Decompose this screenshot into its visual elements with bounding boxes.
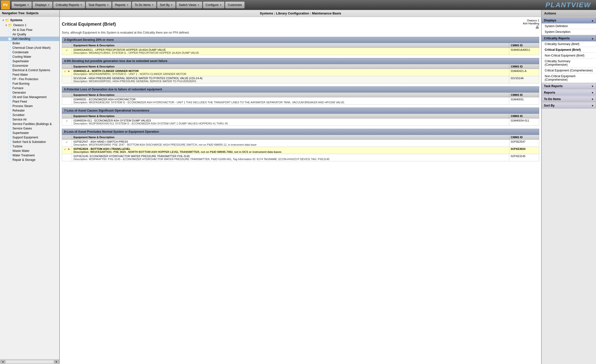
row-icons-cell — [62, 97, 72, 105]
scroll-left-button[interactable]: ◄ — [0, 360, 5, 364]
crit-section-3-header: 3-Significant Derating 20% or more — [62, 37, 539, 43]
sortby-section-header[interactable]: Sort By ▼ — [542, 103, 596, 109]
tree-item-superheater1[interactable]: 📄 Superheater — [0, 59, 59, 63]
switch-views-button[interactable]: Switch Views ▼ — [176, 1, 202, 8]
tree-item-waste-water[interactable]: 📄 Waste Water — [0, 149, 59, 153]
doc-icon: 📄 — [8, 28, 11, 32]
navigate-button[interactable]: Navigate ▼ — [11, 1, 32, 8]
doc-icon: 📄 — [8, 100, 11, 103]
todo-arrow-icon: ▼ — [151, 4, 154, 6]
tree-item-air-quality[interactable]: 📄 Air Quality — [0, 32, 59, 37]
tree-item-owasco[interactable]: ▼ 📁 Owasco 1 — [0, 23, 59, 28]
nav-tree[interactable]: ▼ 📁 Systems ▼ 📁 Owasco 1 📄 Air & Gas Flo… — [0, 17, 59, 359]
tree-item-plant-feed[interactable]: 📄 Plant Feed — [0, 99, 59, 104]
crit-section-7-header: 7-Loss of Asset Causes Significant Opera… — [62, 108, 539, 114]
tree-item-electrical[interactable]: 📄 Electrical & Control Systems — [0, 68, 59, 72]
cmms-cell: 01M40421-A — [509, 69, 539, 76]
tree-item-switch-yard[interactable]: 📄 Switch Yard & Substation — [0, 140, 59, 144]
tree-item-generator[interactable]: 📄 Generator — [0, 90, 59, 95]
nav-hscroll-track[interactable] — [5, 360, 54, 364]
doc-icon: 📄 — [8, 64, 11, 67]
row-icons-cell: ✓ ⚑ — [62, 69, 72, 76]
main-layout: Navigation Tree: Subjects ▼ 📁 Systems ▼ … — [0, 10, 596, 364]
reports-section-header[interactable]: Reports ▼ — [542, 90, 596, 96]
flag-icon: ⚑ — [68, 148, 70, 151]
actions-panel: Actions Displays ▲ System Definition Sys… — [541, 10, 596, 364]
reports-button[interactable]: Reports ▼ — [112, 1, 131, 8]
tree-item-service-air[interactable]: 📄 Service Air — [0, 117, 59, 122]
tree-item-process-steam[interactable]: 📄 Process Steam — [0, 104, 59, 108]
action-criticality-summary-brief[interactable]: Criticality Summary (Brief) — [542, 41, 596, 47]
tree-item-chemical-clean[interactable]: 📄 Chemical Clean (Acid Wash) — [0, 46, 59, 50]
tree-item-condensate[interactable]: 📄 Condensate — [0, 50, 59, 55]
todo-items-button[interactable]: To Do Items ▼ — [132, 1, 156, 8]
tree-item-scrubber[interactable]: 📄 Scrubber — [0, 113, 59, 117]
crit-section-arrow-icon: ▲ — [591, 37, 594, 40]
customize-button[interactable]: Customize — [225, 1, 245, 8]
tree-item-cooling-water[interactable]: 📄 Cooling Water — [0, 55, 59, 59]
tree-item-support-equipment[interactable]: 📄 Support Equipment — [0, 135, 59, 140]
doc-icon: 📄 — [8, 91, 11, 94]
tree-item-economizer[interactable]: 📄 Economizer — [0, 63, 59, 68]
tree-item-reheater[interactable]: 📄 Reheater — [0, 108, 59, 113]
cmms-cell: 01M401A40011 — [509, 48, 539, 55]
check-icon: ✓ — [66, 119, 68, 123]
navigate-arrow-icon: ▼ — [27, 4, 29, 6]
configure-button[interactable]: Configure ▼ — [203, 1, 224, 8]
crit-section-8-header: 8-Loss of Asset Precludes Normal System … — [62, 129, 539, 135]
configure-arrow-icon: ▼ — [220, 4, 222, 6]
tree-item-furnace[interactable]: 📄 Furnace — [0, 86, 59, 90]
action-non-critical-equipment-brief[interactable]: Non-Critical Equipment (Brief) — [542, 53, 596, 59]
action-system-description[interactable]: System Description — [542, 29, 596, 35]
row-icons-cell: ✓ — [62, 119, 72, 126]
action-criticality-summary-comprehensive[interactable]: Criticality Summary (Comprehensive) — [542, 59, 596, 68]
tree-item-fuel-burning[interactable]: 📄 Fuel Burning — [0, 81, 59, 86]
doc-icon: 📄 — [8, 55, 11, 59]
tree-item-fp[interactable]: 📄 FP - Fire Protection — [0, 77, 59, 81]
tree-item-air-gas[interactable]: 📄 Air & Gas Flow — [0, 28, 59, 32]
displays-section-header[interactable]: Displays ▲ — [542, 17, 596, 23]
table-row: ✓ 01M401A40011 - UPPER PRECIPITATOR HOPP… — [62, 48, 539, 55]
action-system-definition[interactable]: System Definition — [542, 23, 596, 29]
action-critical-equipment-comprehensive[interactable]: Critical Equipment (Comprehensive) — [542, 68, 596, 73]
expand-owasco-icon: ▼ — [5, 24, 7, 27]
scroll-right-button[interactable]: ► — [54, 360, 59, 364]
doc-icon: 📄 — [8, 131, 11, 135]
doc-icon: 📄 — [8, 51, 11, 54]
tree-item-repair-storage[interactable]: 📄 Repair & Storage — [0, 158, 59, 162]
flag-icon: ⚑ — [68, 70, 70, 73]
criticality-reports-button[interactable]: Criticality Reports ▼ — [53, 1, 85, 8]
doc-icon: 📄 — [8, 145, 11, 148]
tree-item-boiler[interactable]: 📄 Boiler — [0, 41, 59, 46]
doc-icon: 📄 — [8, 149, 11, 153]
equipment-cell: 01PXE3024 - BOTTOM ASH I-TRANS-LEVEL Des… — [72, 147, 509, 154]
tree-root-systems[interactable]: ▼ 📁 Systems — [0, 18, 59, 23]
app-logo-icon[interactable]: PV — [1, 0, 10, 9]
displays-button[interactable]: Displays ▼ — [32, 1, 52, 8]
tree-item-superheater2[interactable]: 📄 Superheater — [0, 131, 59, 135]
action-non-critical-equipment-comprehensive[interactable]: Non-Critical Equipment (Comprehensive) — [542, 73, 596, 83]
tree-item-service-gases[interactable]: 📄 Service Gases — [0, 126, 59, 131]
sortby-arrow-icon: ▼ — [171, 4, 173, 6]
displays-arrow-icon: ▼ — [48, 4, 50, 6]
tree-item-water-treatment[interactable]: 📄 Water Treatment — [0, 153, 59, 158]
todo-section-header[interactable]: To Do Items ▼ — [542, 96, 596, 102]
tree-item-oil-gas[interactable]: 📄 Oil and Gas Management — [0, 95, 59, 99]
col-cmms-header-4: CMMS ID — [509, 64, 539, 69]
table-row: 01M40031 - ECONOMIZER ASH HYDROVACTOR De… — [62, 97, 539, 105]
tree-item-service-facilities[interactable]: 📄 Service Facilities (Buildings & — [0, 122, 59, 126]
table-row: ✓ 01PSE2547 - ASH HAND I-SWITCH-PRESS De… — [62, 140, 539, 147]
sort-by-button[interactable]: Sort By ▼ — [157, 1, 175, 8]
criticality-reports-section-header[interactable]: Criticality Reports ▲ — [542, 35, 596, 41]
tree-item-turbine[interactable]: 📄 Turbine — [0, 144, 59, 149]
action-critical-equipment-brief[interactable]: Critical Equipment (Brief) — [542, 47, 596, 53]
tree-item-feed-water[interactable]: 📄 Feed Water — [0, 72, 59, 77]
tree-item-ash-handling[interactable]: 📄 Ash Handling — [0, 37, 59, 41]
actions-header: Actions — [542, 10, 596, 17]
task-reports-button[interactable]: Task Reports ▼ — [86, 1, 112, 8]
task-reports-section-header[interactable]: Task Reports ▼ — [542, 83, 596, 89]
app-brand: PLANTVIEW — [545, 1, 595, 9]
content-scroll[interactable]: Critical Equipment (Brief) Owasco 1 Ash … — [60, 17, 541, 364]
print-icon[interactable]: 🖨 — [535, 25, 539, 29]
col-icons-header — [62, 43, 72, 48]
